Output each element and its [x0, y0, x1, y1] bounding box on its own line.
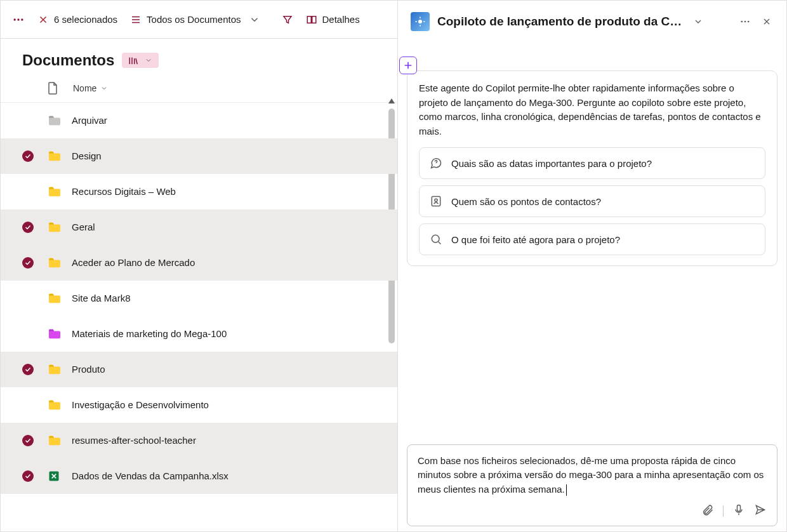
text-cursor — [566, 484, 567, 496]
copilot-expand-button[interactable] — [691, 15, 705, 29]
svg-point-12 — [432, 235, 439, 243]
table-row[interactable]: Dados de Vendas da Campanha.xlsx — [1, 458, 397, 494]
selected-check-icon[interactable] — [22, 257, 34, 269]
column-name-header[interactable]: Nome — [73, 83, 108, 93]
column-header-row: Nome — [1, 76, 397, 103]
row-name: Site da Mark8 — [72, 293, 397, 303]
copilot-intro-text: Este agente do Copilot permite-lhe obter… — [419, 81, 765, 138]
svg-point-6 — [418, 20, 422, 23]
send-button[interactable] — [754, 503, 767, 518]
document-list: ArquivarDesignRecursos Digitais – WebGer… — [1, 103, 397, 531]
chevron-down-icon — [249, 14, 260, 25]
row-name: Produto — [72, 364, 397, 375]
table-row[interactable]: Investigação e Desenvolvimento — [1, 387, 397, 423]
selected-check-icon[interactable] — [22, 222, 34, 233]
details-label: Detalhes — [322, 14, 360, 25]
clear-selection-button[interactable]: 6 selecionados — [37, 14, 117, 25]
row-name: resumes-after-school-teacher — [72, 435, 397, 446]
svg-point-1 — [17, 18, 19, 20]
folder-yellow-icon — [48, 222, 72, 233]
suggestion-item[interactable]: Quais são as datas importantes para o pr… — [419, 147, 765, 179]
command-bar: 6 selecionados Todos os Documentos Detal… — [1, 1, 397, 39]
row-name: Geral — [72, 222, 397, 232]
folder-yellow-icon — [48, 257, 72, 269]
new-chat-button[interactable] — [399, 57, 417, 74]
folder-yellow-icon — [48, 150, 72, 162]
copilot-title: Copiloto de lançamento de produto da C… — [437, 15, 684, 29]
selected-check-icon[interactable] — [22, 150, 34, 162]
compose-text: Com base nos ficheiros selecionados, dê-… — [418, 455, 764, 495]
mic-button[interactable] — [732, 503, 745, 518]
filter-button[interactable] — [282, 14, 293, 25]
copilot-close-button[interactable] — [760, 15, 774, 29]
table-row[interactable]: Recursos Digitais – Web — [1, 174, 397, 209]
library-icon — [128, 55, 140, 65]
folder-yellow-icon — [48, 364, 72, 375]
svg-point-0 — [14, 18, 16, 20]
svg-rect-3 — [307, 16, 311, 23]
table-row[interactable]: Produto — [1, 352, 397, 387]
folder-yellow-icon — [48, 399, 72, 411]
chevron-down-icon — [145, 57, 152, 64]
table-row[interactable]: Site da Mark8 — [1, 281, 397, 316]
chevron-down-icon — [100, 84, 108, 92]
copilot-more-button[interactable] — [738, 15, 752, 29]
selected-check-icon[interactable] — [22, 435, 34, 446]
folder-yellow-icon — [48, 435, 72, 446]
table-row[interactable]: resumes-after-school-teacher — [1, 423, 397, 458]
row-name: Aceder ao Plano de Mercado — [72, 257, 397, 268]
column-type-icon[interactable] — [22, 82, 58, 95]
folder-yellow-icon — [48, 186, 72, 197]
search-icon — [430, 233, 442, 246]
suggestion-item[interactable]: Quem são os pontos de contactos? — [419, 185, 765, 217]
plus-icon — [403, 60, 413, 70]
copilot-pane: Copiloto de lançamento de produto da C… … — [398, 1, 786, 531]
folder-gray-icon — [48, 115, 72, 126]
row-name: Arquivar — [72, 115, 397, 126]
details-button[interactable]: Detalhes — [306, 14, 360, 25]
attach-button[interactable] — [701, 503, 714, 518]
table-row[interactable]: Geral — [1, 209, 397, 245]
selected-check-icon[interactable] — [22, 364, 34, 375]
row-name: Dados de Vendas da Campanha.xlsx — [72, 470, 397, 481]
svg-rect-4 — [312, 16, 315, 23]
row-name: Recursos Digitais – Web — [72, 186, 397, 197]
table-row[interactable]: Aceder ao Plano de Mercado — [1, 245, 397, 281]
compose-box[interactable]: Com base nos ficheiros selecionados, dê-… — [407, 444, 777, 527]
svg-point-11 — [435, 199, 437, 201]
table-row[interactable]: Design — [1, 138, 397, 174]
table-row[interactable]: Materiais de marketing do Mega-100 — [1, 316, 397, 352]
chat-question-icon — [430, 157, 442, 170]
suggestion-item[interactable]: O que foi feito até agora para o projeto… — [419, 223, 765, 255]
copilot-header: Copiloto de lançamento de produto da C… — [398, 1, 786, 43]
table-row[interactable]: Arquivar — [1, 103, 397, 138]
copilot-intro-card: Este agente do Copilot permite-lhe obter… — [407, 70, 777, 266]
view-label: Todos os Documentos — [147, 14, 241, 25]
row-name: Materiais de marketing do Mega-100 — [72, 328, 397, 339]
svg-point-2 — [21, 18, 23, 20]
divider — [723, 505, 724, 517]
library-heading: Documentos — [1, 39, 397, 76]
svg-point-9 — [748, 21, 750, 23]
more-actions-button[interactable] — [12, 13, 25, 26]
svg-point-7 — [741, 21, 743, 23]
selected-count-label: 6 selecionados — [54, 14, 117, 25]
selected-check-icon[interactable] — [22, 470, 34, 482]
compose-actions — [701, 503, 767, 518]
folder-yellow-icon — [48, 293, 72, 304]
row-name: Investigação e Desenvolvimento — [72, 399, 397, 410]
svg-point-8 — [744, 21, 746, 23]
folder-purple-icon — [48, 328, 72, 340]
contact-icon — [430, 195, 442, 208]
view-switcher[interactable]: Todos os Documentos — [130, 14, 260, 25]
agent-icon — [411, 12, 430, 31]
row-name: Design — [72, 150, 397, 161]
library-title: Documentos — [22, 51, 114, 69]
file-excel-icon — [48, 470, 72, 482]
library-switcher[interactable] — [122, 53, 159, 68]
document-library-pane: 6 selecionados Todos os Documentos Detal… — [1, 1, 398, 531]
svg-rect-13 — [737, 505, 741, 512]
